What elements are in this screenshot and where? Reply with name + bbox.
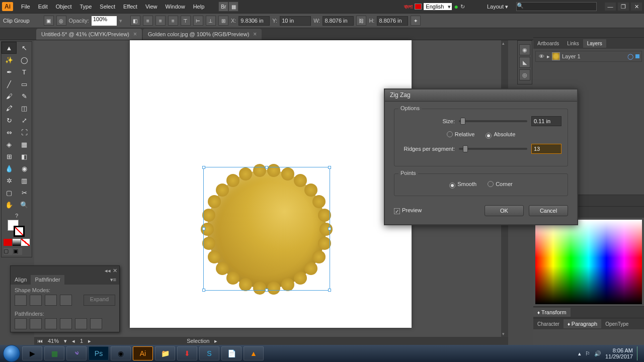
- resize-handle-ne[interactable]: [328, 166, 331, 169]
- preview-checkbox[interactable]: Preview: [394, 207, 422, 215]
- symbol-sprayer-tool[interactable]: ✲: [2, 174, 17, 187]
- minimize-button[interactable]: —: [605, 3, 616, 11]
- absolute-radio[interactable]: Absolute: [486, 131, 515, 139]
- resize-handle-n[interactable]: [265, 166, 268, 169]
- shape-builder-tool[interactable]: ◈: [2, 138, 17, 150]
- skype-icon[interactable]: S: [199, 346, 219, 360]
- selection-bounding-box[interactable]: [203, 167, 330, 291]
- dialog-title[interactable]: Zig Zag: [385, 89, 577, 102]
- start-button[interactable]: [3, 345, 20, 362]
- size-slider[interactable]: [459, 120, 527, 122]
- align-right-icon[interactable]: ≡: [168, 16, 178, 26]
- menu-window[interactable]: Window: [162, 2, 189, 12]
- opentype-tab[interactable]: OpenType: [601, 320, 632, 328]
- intersect-button[interactable]: [45, 295, 57, 306]
- links-tab[interactable]: Links: [563, 39, 583, 48]
- workspace-switcher[interactable]: Layout ▾: [484, 3, 514, 11]
- hand-tool[interactable]: ✋: [2, 199, 17, 211]
- align-left-icon[interactable]: ≡: [143, 16, 153, 26]
- resize-handle-nw[interactable]: [202, 166, 205, 169]
- size-input[interactable]: [531, 116, 561, 126]
- lang-download-icon[interactable]: ●: [454, 3, 458, 11]
- eraser-tool[interactable]: ◫: [17, 102, 32, 114]
- transform-panel-icon[interactable]: ⊞: [218, 16, 228, 26]
- lang-settings-icon[interactable]: ↻: [460, 4, 465, 10]
- edit-clip-icon[interactable]: ◎: [56, 16, 66, 26]
- next-page-icon[interactable]: ▸: [88, 338, 91, 344]
- paragraph-tab[interactable]: ♦ Paragraph: [564, 319, 601, 328]
- vlc-icon[interactable]: ▲: [244, 346, 264, 360]
- color-mode-none[interactable]: [21, 239, 30, 246]
- screen-mode-normal[interactable]: ▢: [4, 248, 13, 255]
- restore-button[interactable]: ❐: [618, 3, 629, 11]
- recolor-icon[interactable]: ◧: [130, 16, 140, 26]
- edit-contents-icon[interactable]: ▣: [44, 16, 54, 26]
- outline-button[interactable]: [75, 318, 87, 329]
- ridges-slider[interactable]: [459, 148, 527, 150]
- nav-first-icon[interactable]: ⏮: [37, 338, 43, 344]
- menu-file[interactable]: File: [17, 2, 34, 12]
- media-player-icon[interactable]: ▶: [22, 346, 42, 360]
- x-input[interactable]: [238, 16, 270, 26]
- color-mode-gradient[interactable]: [13, 239, 21, 246]
- expand-layer-icon[interactable]: ▸: [547, 53, 550, 60]
- photoshop-icon[interactable]: Ps: [89, 346, 109, 360]
- corner-radio[interactable]: Corner: [488, 181, 513, 189]
- rectangle-tool[interactable]: ▭: [17, 78, 32, 90]
- divide-button[interactable]: [15, 318, 27, 329]
- relative-radio[interactable]: Relative: [447, 131, 475, 139]
- w-input[interactable]: [323, 16, 354, 26]
- tray-expand-icon[interactable]: ▴: [578, 350, 581, 357]
- resize-handle-w[interactable]: [202, 227, 205, 230]
- color-spectrum[interactable]: [535, 220, 642, 304]
- minus-front-button[interactable]: [30, 295, 42, 306]
- h-input[interactable]: [377, 16, 408, 26]
- language-select[interactable]: English: [424, 3, 452, 10]
- swatches-panel-icon[interactable]: ◣: [519, 57, 530, 68]
- menu-edit[interactable]: Edit: [34, 2, 52, 12]
- zoom-readout[interactable]: 41%: [48, 338, 59, 344]
- excel-icon[interactable]: ▦: [44, 346, 64, 360]
- panel-menu-icon[interactable]: ▾≡: [107, 275, 119, 285]
- y-input[interactable]: [280, 16, 311, 26]
- notepad-icon[interactable]: 📄: [221, 346, 242, 360]
- resize-handle-s[interactable]: [265, 289, 268, 292]
- selection-tool[interactable]: ▲: [2, 42, 17, 54]
- ok-button[interactable]: OK: [485, 205, 524, 216]
- column-graph-tool[interactable]: ▥: [17, 174, 32, 187]
- menu-help[interactable]: Help: [189, 2, 209, 12]
- character-tab[interactable]: Character: [533, 320, 564, 328]
- screen-mode-full[interactable]: ▣: [13, 248, 22, 255]
- eyedropper-tool[interactable]: 💧: [2, 162, 17, 174]
- feather-app-icon[interactable]: ༄: [66, 346, 87, 360]
- crop-button[interactable]: [60, 318, 72, 329]
- smooth-radio[interactable]: Smooth: [449, 181, 476, 189]
- blend-tool[interactable]: ◉: [17, 162, 32, 174]
- document-tab[interactable]: Untitled-5* @ 41% (CMYK/Preview) ×: [36, 29, 142, 40]
- expand-button[interactable]: Expand: [84, 295, 115, 306]
- menu-view[interactable]: View: [141, 2, 162, 12]
- align-tab[interactable]: Align: [11, 275, 31, 285]
- paintbrush-tool[interactable]: 🖌: [2, 90, 17, 102]
- merge-button[interactable]: [45, 318, 57, 329]
- target-icon[interactable]: ◯: [627, 53, 633, 60]
- magic-wand-tool[interactable]: ✨: [2, 54, 17, 66]
- pencil-tool[interactable]: ✎: [17, 90, 32, 102]
- status-menu-icon[interactable]: ▸: [214, 338, 217, 344]
- visibility-icon[interactable]: 👁: [538, 53, 545, 59]
- resize-handle-sw[interactable]: [202, 289, 205, 292]
- scale-tool[interactable]: ⤢: [17, 114, 32, 126]
- slice-tool[interactable]: ✂: [17, 187, 32, 199]
- downloader-icon[interactable]: ⬇: [177, 346, 197, 360]
- constrain-icon[interactable]: ✦: [411, 16, 421, 26]
- action-center-icon[interactable]: ⚐: [585, 350, 590, 357]
- close-tab-icon[interactable]: ×: [133, 31, 137, 38]
- resize-handle-se[interactable]: [328, 289, 331, 292]
- color-mode-fill[interactable]: [4, 239, 12, 246]
- close-button[interactable]: ✕: [631, 3, 642, 11]
- layer-row[interactable]: 👁 ▸ Layer 1 ◯: [535, 51, 642, 62]
- align-bottom-icon[interactable]: ⊥: [206, 16, 216, 26]
- free-transform-tool[interactable]: ⛶: [17, 126, 32, 138]
- help-icon[interactable]: ?: [4, 213, 30, 219]
- zoom-tool[interactable]: 🔍: [17, 199, 32, 211]
